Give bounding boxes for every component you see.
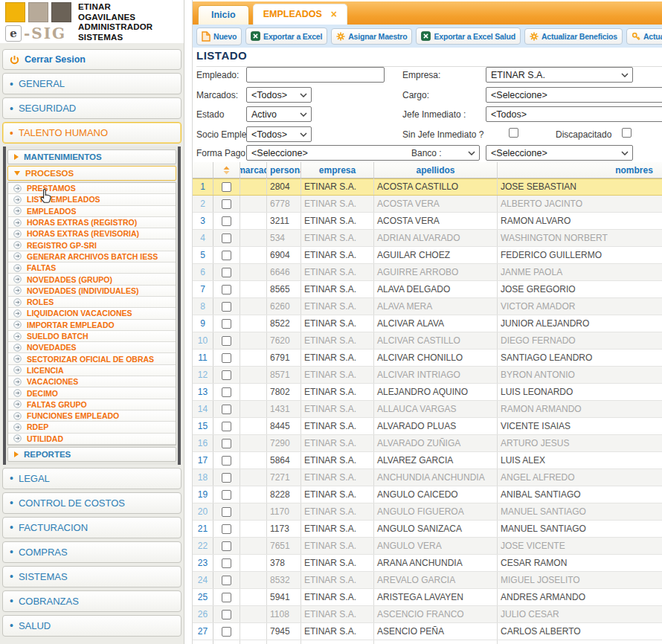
marcados-select[interactable]: <Todos> <box>246 87 312 103</box>
forma-pago-select[interactable]: <Seleccione> <box>246 145 480 161</box>
header-apellidos[interactable]: apellidos <box>374 162 498 178</box>
submenu-item[interactable]: NOVEDADES (GRUPO) <box>8 274 176 285</box>
table-row[interactable]: 11 6791 ETINAR S.A. ALCIVAR CHONILLO SAN… <box>193 350 662 367</box>
table-row[interactable]: 21 1173 ETINAR S.A. ANGULO SANIZACA MANU… <box>193 521 662 538</box>
close-icon[interactable]: × <box>331 10 337 18</box>
row-checkbox[interactable] <box>222 182 231 192</box>
header-nombres[interactable]: nombres <box>498 162 662 178</box>
row-checkbox[interactable] <box>222 627 231 637</box>
socio-empleo-select[interactable]: <Todos> <box>246 126 312 142</box>
submenu-item[interactable]: RDEP <box>8 422 176 433</box>
actualizar-beneficios-button[interactable]: Actualizar Beneficios <box>524 28 623 45</box>
row-number-link[interactable]: 10 <box>193 332 213 349</box>
row-number-link[interactable]: 22 <box>193 538 213 554</box>
row-checkbox[interactable] <box>222 285 231 294</box>
row-number-link[interactable]: 8 <box>193 298 213 315</box>
menu-procesos[interactable]: PROCESOS <box>7 166 176 181</box>
table-row[interactable]: 18 7271 ETINAR S.A. ANCHUNDIA ANCHUNDIA … <box>193 469 662 486</box>
row-checkbox[interactable] <box>222 593 231 602</box>
table-row[interactable]: 3 3211 ETINAR S.A. ACOSTA VERA RAMON ALV… <box>193 213 662 230</box>
submenu-item[interactable]: FALTAS GRUPO <box>8 399 176 410</box>
submenu-item[interactable]: NOVEDADES (INDIVIDUALES) <box>8 286 176 297</box>
submenu-item[interactable]: LIQUIDACION VACACIONES <box>8 308 176 319</box>
submenu-item[interactable]: FUNCIONES EMPLEADO <box>8 410 176 422</box>
sidebar-section[interactable]: • SISTEMAS <box>2 566 181 587</box>
row-number-link[interactable]: 11 <box>193 350 213 366</box>
table-row[interactable]: 10 7620 ETINAR S.A. ALCIVAR CASTILLO DIE… <box>193 332 662 350</box>
table-row[interactable]: 14 1431 ETINAR S.A. ALLAUCA VARGAS RAMON… <box>193 401 662 418</box>
submenu-item[interactable]: UTILIDAD <box>8 434 176 445</box>
asignar-maestro-button[interactable]: Asignar Maestro <box>331 28 412 45</box>
logout-button[interactable]: Cerrar Sesion <box>2 49 181 70</box>
row-number-link[interactable]: 4 <box>193 230 213 246</box>
cargo-select[interactable]: <Seleccione> <box>486 87 662 103</box>
table-row[interactable]: 24 8532 ETINAR S.A. AREVALO GARCIA MIGUE… <box>193 572 662 589</box>
row-number-link[interactable]: 20 <box>193 503 213 520</box>
discapacitado-checkbox[interactable] <box>622 128 632 138</box>
submenu-item[interactable]: DECIMO <box>8 387 176 399</box>
nuevo-button[interactable]: Nuevo <box>196 28 242 45</box>
row-checkbox[interactable] <box>222 541 231 551</box>
submenu-item[interactable]: VACACIONES <box>8 376 176 387</box>
sidebar-section[interactable]: • CONTROL DE COSTOS <box>2 492 181 514</box>
row-number-link[interactable]: 19 <box>193 486 213 503</box>
table-row[interactable]: 6 6646 ETINAR S.A. AGUIRRE ARROBO JANME … <box>193 264 662 281</box>
row-checkbox[interactable] <box>222 268 231 277</box>
submenu-item[interactable]: EMPLEADOS <box>8 206 176 217</box>
header-marcado[interactable]: marcad <box>240 162 267 178</box>
header-persona[interactable]: persona_ <box>267 162 301 178</box>
table-row[interactable]: 5 6904 ETINAR S.A. AGUILAR CHOEZ FEDERIC… <box>193 247 662 264</box>
submenu-item[interactable]: HORAS EXTRAS (REGISTRO) <box>8 217 176 228</box>
row-checkbox[interactable] <box>222 319 231 329</box>
submenu-item[interactable]: SECTORIZAR OFICIAL DE OBRAS <box>8 353 176 364</box>
sidebar-section[interactable]: • GENERAL <box>2 73 181 94</box>
submenu-item[interactable]: GENERAR ARCHIVOS BATCH IESS <box>8 251 176 263</box>
submenu-item[interactable]: HORAS EXTRAS (REVISORIA) <box>8 228 176 239</box>
empresa-select[interactable]: ETINAR S.A. <box>486 67 633 83</box>
sidebar-section[interactable]: • TALENTO HUMANO <box>2 122 181 144</box>
table-row[interactable]: 26 1108 ETINAR S.A. ASCENCIO FRANCO JULI… <box>193 606 662 623</box>
row-number-link[interactable]: 13 <box>193 384 213 400</box>
sidebar-section[interactable]: • FACTURACION <box>2 517 181 538</box>
header-sort[interactable] <box>213 162 240 178</box>
sidebar-section[interactable]: • LEGAL <box>2 468 181 489</box>
row-number-link[interactable]: 24 <box>193 572 213 588</box>
row-checkbox[interactable] <box>222 336 231 346</box>
row-number-link[interactable]: 3 <box>193 213 213 229</box>
row-checkbox[interactable] <box>222 473 231 483</box>
row-number-link[interactable]: 14 <box>193 401 213 417</box>
row-checkbox[interactable] <box>222 422 231 431</box>
table-row[interactable]: 8 6260 ETINAR S.A. ALAVA MERA VICTOR AMA… <box>193 298 662 315</box>
row-number-link[interactable]: 9 <box>193 315 213 332</box>
jefe-inmediato-select[interactable]: <Todos> <box>486 106 662 122</box>
sidebar-section[interactable]: • SEGURIDAD <box>2 97 181 119</box>
row-number-link[interactable]: 18 <box>193 469 213 486</box>
row-checkbox[interactable] <box>222 370 231 380</box>
row-checkbox[interactable] <box>222 199 231 209</box>
row-number-link[interactable]: 25 <box>193 589 213 605</box>
row-checkbox[interactable] <box>222 405 231 414</box>
table-row[interactable]: 4 534 ETINAR S.A. ADRIAN ALVARADO WASHIN… <box>193 230 662 247</box>
row-number-link[interactable]: 5 <box>193 247 213 263</box>
row-number-link[interactable]: 26 <box>193 606 213 622</box>
row-number-link[interactable]: 23 <box>193 555 213 571</box>
submenu-item[interactable]: PRESTAMOS <box>8 183 176 194</box>
row-number-link[interactable]: 15 <box>193 418 213 434</box>
table-row-partial[interactable] <box>193 640 662 644</box>
sin-jefe-checkbox[interactable] <box>509 128 518 138</box>
submenu-item[interactable]: LICENCIA <box>8 365 176 376</box>
row-number-link[interactable]: 16 <box>193 435 213 451</box>
exportar-excel-salud-button[interactable]: Exportar a Excel Salud <box>416 28 520 45</box>
table-row[interactable]: 2 6778 ETINAR S.A. ACOSTA VERA ALBERTO J… <box>193 196 662 213</box>
tab-empleados[interactable]: EMPLEADOS × <box>253 4 347 25</box>
submenu-item[interactable]: IMPORTAR EMPLEADO <box>8 320 176 331</box>
row-number-link[interactable]: 12 <box>193 367 213 383</box>
submenu-item[interactable]: NOVEDADES <box>8 342 176 353</box>
table-row[interactable]: 22 7651 ETINAR S.A. ANGULO VERA JOSE VIC… <box>193 538 662 555</box>
row-checkbox[interactable] <box>222 234 231 243</box>
table-row[interactable]: 20 1170 ETINAR S.A. ANGULO FIGUEROA MANU… <box>193 503 662 521</box>
table-row[interactable]: 27 7945 ETINAR S.A. ASENCIO PEÑA CARLOS … <box>193 623 662 640</box>
submenu-item[interactable]: FALTAS <box>8 263 176 274</box>
table-row[interactable]: 19 8228 ETINAR S.A. ANGULO CAICEDO ANIBA… <box>193 486 662 503</box>
estado-select[interactable]: Activo <box>246 106 312 122</box>
